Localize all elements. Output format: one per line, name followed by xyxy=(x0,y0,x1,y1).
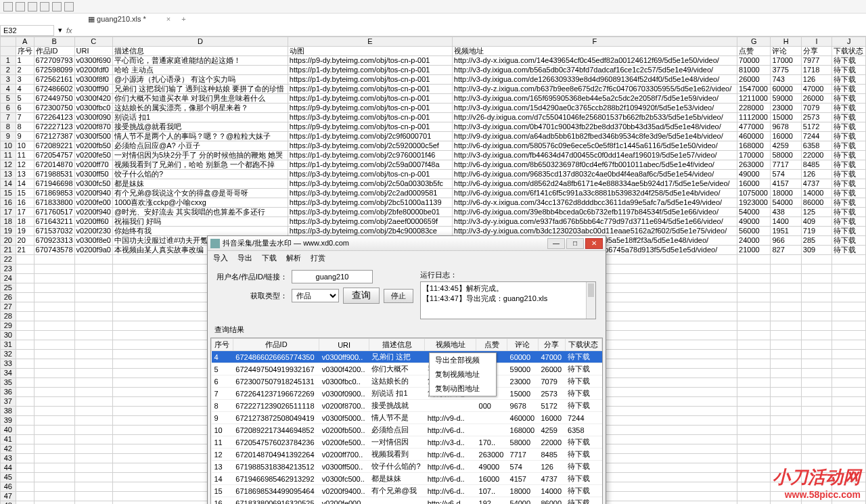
tab-close-icon[interactable]: × xyxy=(166,15,170,23)
watermark: 小刀活动网 www.58picc.com xyxy=(773,465,861,500)
menu-download[interactable]: 下载 xyxy=(262,253,277,263)
menu-reward[interactable]: 打赏 xyxy=(311,253,325,263)
query-button[interactable]: 查询 xyxy=(343,288,380,304)
fx-label: fx xyxy=(66,26,72,35)
log-line: 【11:43:47】导出完成：guang210.xls xyxy=(422,294,594,304)
titlebar[interactable]: 抖音采集/批量去水印 — www.xd0.com — □ ✕ xyxy=(208,236,606,251)
id-input[interactable] xyxy=(292,270,373,283)
results-label: 查询结果 xyxy=(208,325,606,335)
tab-filename: guang210.xls * xyxy=(97,15,146,23)
stop-button[interactable]: 停止 xyxy=(384,289,413,303)
id-label: 用户名/作品ID/链接： xyxy=(213,272,288,282)
scrollbar[interactable] xyxy=(586,282,595,319)
tb-icon[interactable] xyxy=(40,2,49,12)
watermark-line1: 小刀活动网 xyxy=(773,465,861,489)
menu-import[interactable]: 导入 xyxy=(213,253,228,263)
ctx-copy-thumb[interactable]: 复制动图地址 xyxy=(430,382,496,396)
log-output: 【11:43:45】解析完成。 【11:43:47】导出完成：guang210.… xyxy=(420,281,596,319)
tb-icon[interactable] xyxy=(16,2,25,12)
type-label: 获取类型： xyxy=(213,291,288,301)
close-icon[interactable]: ✕ xyxy=(585,238,603,249)
menu-parse[interactable]: 解析 xyxy=(286,253,301,263)
context-menu: 导出全部视频 复制视频地址 复制动图地址 xyxy=(429,352,497,396)
formula-bar: ▾ fx xyxy=(0,24,866,37)
xls-icon: ▦ xyxy=(88,15,95,24)
tb-icon[interactable] xyxy=(28,2,37,12)
menubar: 导入 导出 下载 解析 打赏 xyxy=(208,251,606,265)
tb-icon[interactable] xyxy=(52,2,62,12)
maximize-icon[interactable]: □ xyxy=(566,238,584,249)
ctx-copy-video[interactable]: 复制视频地址 xyxy=(430,367,496,382)
app-icon xyxy=(210,239,220,248)
window-title: 抖音采集/批量去水印 — www.xd0.com xyxy=(223,238,547,248)
ctx-export-all[interactable]: 导出全部视频 xyxy=(430,353,496,367)
popup-window: 抖音采集/批量去水印 — www.xd0.com — □ ✕ 导入 导出 下载 … xyxy=(207,235,606,504)
tab-bar: ▦ guang210.xls * × + xyxy=(0,14,866,24)
file-tab[interactable]: ▦ guang210.xls * × xyxy=(81,15,177,24)
cell-ref-input[interactable] xyxy=(0,25,54,36)
results-grid[interactable]: 序号作品IDURI描述信息视频地址点赞评论分享下载状态4672486602666… xyxy=(210,338,603,504)
tb-icon[interactable] xyxy=(3,2,13,12)
dropdown-icon[interactable]: ▾ xyxy=(58,26,62,35)
log-label: 运行日志： xyxy=(420,270,596,280)
watermark-line2: www.58picc.com xyxy=(773,489,861,500)
quick-toolbar xyxy=(0,0,866,14)
minimize-icon[interactable]: — xyxy=(547,238,565,249)
new-tab-icon[interactable]: + xyxy=(181,15,185,23)
menu-export[interactable]: 导出 xyxy=(237,253,252,263)
log-line: 【11:43:45】解析完成。 xyxy=(422,283,594,294)
tb-icon[interactable] xyxy=(64,2,74,12)
type-select[interactable]: 作品 xyxy=(292,289,339,302)
